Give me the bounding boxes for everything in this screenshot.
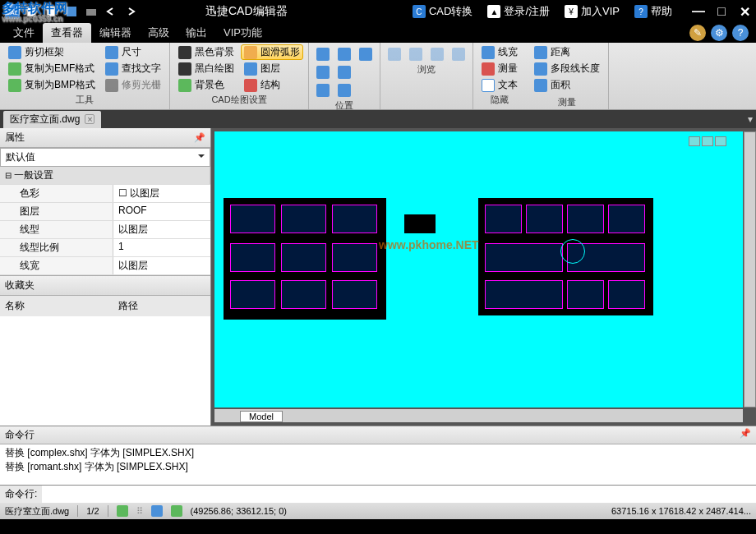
bmp-icon [8, 79, 21, 92]
prop-row-linetype[interactable]: 线型以图层 [0, 221, 210, 239]
document-tab[interactable]: 医疗室立面.dwg × [3, 111, 101, 128]
nav-fwd-icon[interactable] [407, 46, 425, 62]
measure-button[interactable]: 测量 [478, 61, 521, 76]
property-grid: 一般设置 色彩☐ 以图层 图层ROOF 线型以图层 线型比例1 线宽以图层 [0, 167, 210, 275]
app-title: 迅捷CAD编辑器 [205, 4, 288, 19]
yen-icon: ¥ [565, 5, 578, 18]
cmd-line: 替换 [complex.shx] 字体为 [SIMPLEX.SHX] [5, 446, 751, 460]
nav-up-icon[interactable] [428, 46, 446, 62]
crop-frame-button[interactable]: 剪切框架 [5, 44, 99, 60]
layer-button[interactable]: 图层 [241, 61, 303, 76]
maximize-button[interactable]: □ [713, 3, 730, 20]
drawing-canvas[interactable]: www.pkhome.NET [214, 131, 743, 407]
properties-panel: 属性 📌 默认值 一般设置 色彩☐ 以图层 图层ROOF 线型以图层 线型比例1… [0, 128, 211, 426]
status-icon-2[interactable] [151, 505, 163, 517]
group-measure-label: 测量 [531, 95, 603, 109]
statusbar: 医疗室立面.dwg 1/2 ⠿ (49256.86; 33612.15; 0) … [0, 503, 756, 519]
canvas-restore-icon[interactable] [702, 136, 713, 146]
fav-col-name[interactable]: 名称 [5, 299, 118, 313]
area-button[interactable]: 面积 [531, 77, 603, 93]
section-general[interactable]: 一般设置 [0, 167, 210, 184]
lineweight-icon [482, 46, 495, 59]
menu-file[interactable]: 文件 [5, 23, 43, 43]
distance-button[interactable]: 距离 [531, 44, 603, 60]
trim-raster-button[interactable]: 修剪光栅 [102, 77, 164, 93]
copy-bmp-button[interactable]: 复制为BMP格式 [5, 77, 99, 93]
polyline-length-button[interactable]: 多段线长度 [531, 61, 603, 76]
status-icon-1[interactable] [117, 505, 128, 517]
pos-icon-2[interactable] [314, 64, 332, 81]
prop-row-lineweight[interactable]: 线宽以图层 [0, 257, 210, 275]
menu-vip[interactable]: VIP功能 [215, 23, 270, 43]
pin-icon[interactable]: 📌 [194, 132, 205, 143]
canvas-minimize-icon[interactable] [689, 136, 700, 146]
vertical-scrollbar[interactable] [744, 131, 756, 407]
lineweight-button[interactable]: 线宽 [478, 44, 521, 60]
model-tab[interactable]: Model [240, 411, 283, 422]
crop-icon [8, 46, 21, 59]
prop-row-ltscale[interactable]: 线型比例1 [0, 239, 210, 257]
status-dimensions: 63715.16 x 17618.42 x 2487.414... [611, 506, 751, 516]
drawing-sheet-1 [223, 197, 387, 320]
canvas-close-icon[interactable] [715, 136, 726, 146]
print-icon[interactable] [82, 2, 100, 21]
help-button[interactable]: ?帮助 [629, 2, 677, 21]
arc-icon [244, 46, 257, 59]
structure-icon [244, 79, 257, 92]
pen-icon[interactable]: ✎ [689, 25, 706, 41]
cad-convert-button[interactable]: CCAD转换 [408, 2, 477, 21]
menubar: 文件 查看器 编辑器 高级 输出 VIP功能 ✎ ⚙ ? [0, 23, 756, 43]
prop-row-color[interactable]: 色彩☐ 以图层 [0, 185, 210, 203]
undo-icon[interactable] [102, 2, 120, 21]
trim-icon [105, 79, 118, 92]
nav-back-icon[interactable] [385, 46, 403, 62]
default-combo[interactable]: 默认值 [0, 148, 210, 167]
status-file: 医疗室立面.dwg [5, 505, 69, 518]
smooth-arc-button[interactable]: 圆滑弧形 [241, 44, 303, 60]
redo-icon[interactable] [122, 2, 140, 21]
emf-icon [8, 62, 21, 76]
text-button[interactable]: 文本 [478, 77, 521, 93]
menu-advanced[interactable]: 高级 [140, 23, 177, 43]
distance-icon [534, 46, 547, 59]
zoom-out-icon[interactable] [335, 64, 353, 81]
menu-viewer[interactable]: 查看器 [43, 23, 91, 43]
fav-col-path[interactable]: 路径 [118, 299, 138, 313]
measure-icon [482, 62, 495, 76]
question-icon: ? [634, 5, 648, 18]
zoom-fit-icon[interactable] [335, 82, 353, 99]
cmd-pin-icon[interactable]: 📌 [740, 428, 751, 442]
zoom-in-icon[interactable] [335, 46, 353, 62]
command-title: 命令行 [5, 428, 35, 442]
menu-output[interactable]: 输出 [177, 23, 215, 43]
info-icon[interactable]: ? [732, 25, 749, 41]
tab-dropdown-icon[interactable]: ▾ [748, 113, 753, 125]
minimize-button[interactable]: — [690, 3, 707, 20]
document-tabs: 医疗室立面.dwg × ▾ [0, 110, 756, 128]
nav-down-icon[interactable] [449, 46, 468, 62]
bw-draw-button[interactable]: 黑白绘图 [175, 61, 237, 76]
horizontal-scrollbar[interactable] [214, 409, 743, 422]
bg-color-button[interactable]: 背景色 [175, 77, 237, 93]
menu-editor[interactable]: 编辑器 [91, 23, 140, 43]
find-text-button[interactable]: 查找文字 [102, 61, 164, 76]
login-button[interactable]: ▲登录/注册 [482, 2, 555, 21]
close-button[interactable]: ✕ [736, 3, 753, 20]
close-tab-icon[interactable]: × [85, 114, 94, 124]
gear-icon[interactable]: ⚙ [711, 25, 727, 41]
black-bg-button[interactable]: 黑色背景 [175, 44, 237, 60]
status-icon-3[interactable] [171, 505, 182, 517]
command-input[interactable] [42, 486, 756, 503]
pos-icon-1[interactable] [314, 46, 332, 62]
copy-emf-button[interactable]: 复制为EMF格式 [5, 61, 99, 76]
structure-button[interactable]: 结构 [241, 77, 303, 93]
user-icon: ▲ [487, 5, 500, 18]
dimension-button[interactable]: 尺寸 [102, 44, 164, 60]
prop-row-layer[interactable]: 图层ROOF [0, 203, 210, 221]
pos-icon-3[interactable] [314, 82, 332, 99]
cad-icon: C [413, 5, 426, 18]
status-grip-icon[interactable]: ⠿ [136, 506, 143, 517]
pan-icon[interactable] [357, 46, 375, 62]
command-prompt: 命令行: [0, 486, 42, 503]
vip-button[interactable]: ¥加入VIP [560, 2, 625, 21]
